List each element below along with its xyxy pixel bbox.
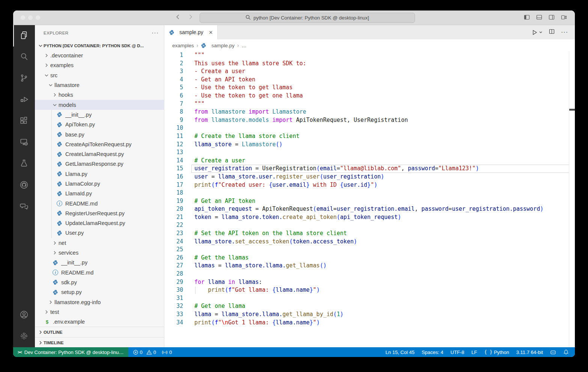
tree-item-RegisterUserRequest.py[interactable]: RegisterUserRequest.py bbox=[35, 208, 164, 218]
code-line-30[interactable]: 30 print(f"Got llama: {llama.name}") bbox=[164, 286, 575, 294]
toggle-secondary-sidebar-button[interactable] bbox=[548, 14, 555, 22]
code-line-25[interactable]: 25 bbox=[164, 246, 575, 254]
tree-item-README.md[interactable]: iREADME.md bbox=[35, 268, 164, 278]
minimize-window-button[interactable] bbox=[28, 15, 33, 20]
tree-item-README.md[interactable]: iREADME.md bbox=[35, 198, 164, 208]
tree-item-User.py[interactable]: User.py bbox=[35, 228, 164, 238]
code-line-26[interactable]: 26# Get the llamas bbox=[164, 254, 575, 262]
breadcrumb-file[interactable]: sample.py bbox=[211, 43, 235, 48]
tree-item-base.py[interactable]: base.py bbox=[35, 129, 164, 139]
forward-button[interactable] bbox=[187, 14, 194, 20]
code-line-10[interactable]: 10 bbox=[164, 124, 575, 132]
code-line-19[interactable]: 19# Get an API token bbox=[164, 197, 575, 206]
code-line-27[interactable]: 27llamas = llama_store.llama.get_llamas(… bbox=[164, 262, 575, 270]
tree-item-models[interactable]: models bbox=[35, 100, 164, 110]
close-window-button[interactable] bbox=[21, 15, 25, 20]
code-line-18[interactable]: 18 bbox=[164, 189, 575, 197]
copilot-indicator[interactable] bbox=[550, 349, 556, 355]
toggle-primary-sidebar-button[interactable] bbox=[523, 14, 530, 22]
tree-item-test[interactable]: test bbox=[35, 307, 164, 317]
breadcrumb-symbol[interactable]: … bbox=[242, 43, 247, 48]
tab-sample-py[interactable]: sample.py × bbox=[164, 25, 218, 39]
code-line-31[interactable]: 31 bbox=[164, 294, 575, 303]
remote-indicator[interactable]: >< Dev Container: Python SDK @ desktop-l… bbox=[13, 347, 128, 357]
timeline-section[interactable]: TIMELINE bbox=[35, 337, 164, 347]
code-line-5[interactable]: 5- Use the token to get llamas bbox=[164, 84, 575, 92]
ports-indicator[interactable]: 0 bbox=[162, 350, 172, 355]
zoom-window-button[interactable] bbox=[36, 15, 40, 20]
activity-testing[interactable] bbox=[13, 153, 35, 175]
tree-item-hooks[interactable]: hooks bbox=[35, 90, 164, 100]
activity-run-debug[interactable] bbox=[13, 89, 35, 111]
code-editor[interactable]: 1"""2This uses the llama store SDK to:3-… bbox=[164, 51, 575, 347]
customize-layout-button[interactable] bbox=[561, 14, 567, 22]
code-line-24[interactable]: 24llama_store.set_access_token(token.acc… bbox=[164, 238, 575, 246]
activity-comments[interactable] bbox=[13, 196, 35, 218]
activity-search[interactable] bbox=[13, 46, 35, 68]
tree-item-__init__.py[interactable]: __init__.py bbox=[35, 110, 164, 120]
accounts-button[interactable] bbox=[13, 304, 35, 326]
tree-item-LlamaColor.py[interactable]: LlamaColor.py bbox=[35, 179, 164, 189]
code-line-29[interactable]: 29for llama in llamas: bbox=[164, 278, 575, 286]
encoding-indicator[interactable]: UTF-8 bbox=[451, 350, 465, 355]
indentation-indicator[interactable]: Spaces: 4 bbox=[422, 350, 444, 355]
code-line-23[interactable]: 23# Set the API token on the llama store… bbox=[164, 230, 575, 238]
overview-ruler[interactable] bbox=[569, 51, 575, 347]
settings-button[interactable] bbox=[13, 326, 35, 347]
tree-item-llamastore.egg-info[interactable]: llamastore.egg-info bbox=[35, 297, 164, 307]
tree-item-.env.example[interactable]: $.env.example bbox=[35, 317, 164, 327]
notifications-bell[interactable] bbox=[563, 349, 569, 355]
activity-remote-explorer[interactable] bbox=[13, 132, 35, 153]
tree-item-llamastore[interactable]: llamastore bbox=[35, 80, 164, 90]
code-line-3[interactable]: 3- Create a user bbox=[164, 68, 575, 76]
tree-item-Llama.py[interactable]: Llama.py bbox=[35, 169, 164, 179]
code-line-21[interactable]: 21token = llama_store.token.create_api_t… bbox=[164, 213, 575, 222]
eol-indicator[interactable]: LF bbox=[471, 350, 477, 355]
activity-source-control[interactable] bbox=[13, 68, 35, 89]
toggle-panel-button[interactable] bbox=[536, 14, 543, 22]
command-center[interactable]: python [Dev Container: Python SDK @ desk… bbox=[200, 13, 415, 23]
editor-more-actions-icon[interactable]: ··· bbox=[561, 29, 568, 36]
python-interpreter[interactable]: 3.11.7 64-bit bbox=[516, 350, 543, 355]
activity-extensions[interactable] bbox=[13, 111, 35, 132]
language-mode[interactable]: { } Python bbox=[484, 350, 509, 355]
split-editor-button[interactable] bbox=[549, 28, 555, 36]
code-line-9[interactable]: 9from llamastore.models import ApiTokenR… bbox=[164, 116, 575, 124]
tree-item-sdk.py[interactable]: sdk.py bbox=[35, 278, 164, 287]
tree-item-net[interactable]: net bbox=[35, 238, 164, 248]
tree-item-ApiToken.py[interactable]: ApiToken.py bbox=[35, 120, 164, 129]
explorer-more-actions-icon[interactable]: ··· bbox=[152, 30, 159, 36]
tree-item-CreateLlamaRequest.py[interactable]: CreateLlamaRequest.py bbox=[35, 149, 164, 159]
tree-item-src[interactable]: src bbox=[35, 70, 164, 80]
tree-item-UpdateLlamaRequest.py[interactable]: UpdateLlamaRequest.py bbox=[35, 218, 164, 228]
code-line-13[interactable]: 13 bbox=[164, 148, 575, 157]
tree-item-examples[interactable]: examples bbox=[35, 60, 164, 70]
code-line-16[interactable]: 16user = llama_store.user.register_user(… bbox=[164, 173, 575, 181]
code-line-15[interactable]: 15user_registration = UserRegistration(e… bbox=[164, 165, 575, 173]
code-line-33[interactable]: 33llama = llama_store.llama.get_llama_by… bbox=[164, 310, 575, 319]
tree-item-CreateApiTokenRequest.py[interactable]: CreateApiTokenRequest.py bbox=[35, 140, 164, 149]
problems-indicator[interactable]: 0 0 bbox=[133, 350, 156, 355]
tree-item-services[interactable]: services bbox=[35, 248, 164, 258]
code-line-14[interactable]: 14# Create a user bbox=[164, 157, 575, 165]
code-line-1[interactable]: 1""" bbox=[164, 51, 575, 60]
code-line-17[interactable]: 17print(f"Created user: {user.email} wit… bbox=[164, 181, 575, 189]
workspace-root-row[interactable]: PYTHON [DEV CONTAINER: PYTHON SDK @ D... bbox=[35, 41, 164, 51]
code-line-22[interactable]: 22 bbox=[164, 221, 575, 230]
code-line-4[interactable]: 4- Get an API token bbox=[164, 76, 575, 84]
tree-item-GetLlamasResponse.py[interactable]: GetLlamasResponse.py bbox=[35, 159, 164, 169]
run-python-file-button[interactable] bbox=[531, 29, 543, 36]
code-line-28[interactable]: 28 bbox=[164, 270, 575, 278]
code-line-2[interactable]: 2This uses the llama store SDK to: bbox=[164, 60, 575, 68]
code-line-12[interactable]: 12llama_store = Llamastore() bbox=[164, 141, 575, 149]
activity-github[interactable] bbox=[13, 175, 35, 196]
code-line-8[interactable]: 8from llamastore import Llamastore bbox=[164, 108, 575, 116]
code-line-6[interactable]: 6- Use the token to get one llama bbox=[164, 92, 575, 100]
breadcrumb-folder[interactable]: examples bbox=[172, 43, 194, 48]
cursor-position[interactable]: Ln 15, Col 45 bbox=[385, 350, 414, 355]
close-tab-icon[interactable]: × bbox=[209, 29, 213, 36]
code-line-32[interactable]: 32# Get one llama bbox=[164, 302, 575, 310]
code-line-20[interactable]: 20api_token_request = ApiTokenRequest(em… bbox=[164, 205, 575, 213]
activity-explorer[interactable] bbox=[13, 25, 35, 46]
outline-section[interactable]: OUTLINE bbox=[35, 327, 164, 337]
